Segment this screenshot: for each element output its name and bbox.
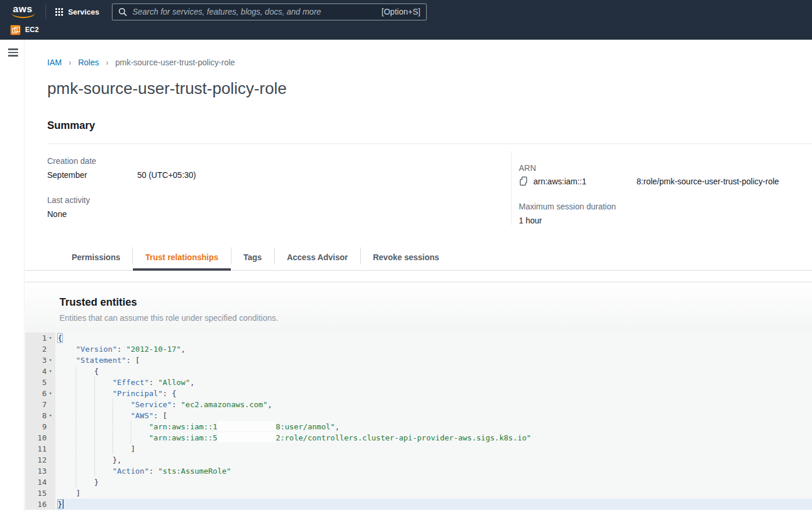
fold-arrow-icon[interactable]: ▾ (47, 355, 54, 366)
indent-guide (131, 421, 149, 432)
code-token: "ec2.amazonaws.com" (181, 400, 268, 409)
indent-guide (76, 454, 94, 466)
code-line[interactable]: { (58, 332, 812, 344)
code-token: ] (76, 489, 80, 498)
last-activity-field: Last activity None (47, 195, 511, 219)
copy-icon[interactable] (519, 176, 528, 186)
code-token: : [ (153, 411, 167, 420)
line-number: 9 (31, 421, 47, 432)
search-bar[interactable]: [Option+S] (112, 4, 427, 20)
tab-access-advisor[interactable]: Access Advisor (275, 244, 360, 270)
indent-guide (94, 421, 113, 432)
code-line[interactable]: { (58, 366, 812, 377)
aws-logo[interactable]: aws (10, 4, 35, 20)
indent-guide (113, 421, 131, 432)
code-token: , (190, 378, 195, 387)
favorite-ec2-label: EC2 (25, 26, 38, 34)
code-line[interactable]: "Statement": [ (58, 355, 812, 366)
breadcrumb: IAM › Roles › pmk-source-user-trust-poli… (47, 58, 812, 67)
code-line[interactable]: "Service": "ec2.amazonaws.com", (58, 399, 812, 410)
breadcrumb-iam-link[interactable]: IAM (47, 58, 62, 67)
line-number: 3 (31, 355, 47, 366)
indent-guide (58, 355, 76, 366)
indent-guide (94, 410, 113, 421)
breadcrumb-roles-link[interactable]: Roles (78, 58, 99, 67)
code-line[interactable]: "AWS": [ (58, 410, 812, 421)
trusted-entities-title: Trusted entities (59, 296, 812, 309)
line-number: 13 (31, 466, 47, 477)
search-input[interactable] (132, 7, 377, 16)
fold-arrow-icon[interactable]: ▾ (47, 332, 54, 344)
code-line[interactable]: ] (58, 443, 812, 454)
max-session-field: Maximum session duration 1 hour (519, 202, 812, 225)
indent-guide (76, 477, 94, 488)
code-token: "Service" (131, 400, 171, 409)
indent-guide (131, 432, 149, 443)
menu-icon[interactable] (8, 48, 18, 57)
line-number: 10 (31, 432, 47, 443)
creation-date-field: Creation date September50 (UTC+05:30) (47, 156, 511, 180)
code-line[interactable]: "Version": "2012-10-17", (58, 344, 812, 355)
favorite-ec2-link[interactable]: EC2 (10, 25, 38, 35)
ec2-service-icon (10, 25, 20, 35)
tab-permissions[interactable]: Permissions (59, 244, 132, 270)
indent-guide (58, 466, 76, 477)
max-session-value: 1 hour (519, 216, 812, 225)
code-lines[interactable]: {"Version": "2012-10-17","Statement": [{… (55, 332, 812, 510)
code-token: : { (163, 389, 176, 398)
breadcrumb-current-page: pmk-source-user-trust-policy-role (115, 58, 235, 67)
indent-guide (113, 432, 131, 443)
max-session-label: Maximum session duration (519, 202, 812, 211)
redacted-text (217, 421, 276, 431)
code-token: } (94, 478, 99, 487)
indent-guide (94, 388, 113, 399)
indent-guide (58, 443, 76, 454)
code-line[interactable]: } (58, 477, 812, 488)
code-token: "arn:aws:iam::1 (149, 422, 217, 431)
code-line[interactable]: "Action": "sts:AssumeRole" (58, 466, 812, 477)
code-line[interactable]: ] (58, 488, 812, 499)
line-number: 11 (31, 443, 47, 454)
indent-guide (76, 377, 94, 388)
code-line[interactable]: }, (58, 454, 812, 466)
code-token: : (149, 467, 159, 475)
indent-guide (113, 443, 131, 454)
services-menu-label: Services (68, 8, 100, 16)
code-line[interactable]: "arn:aws:iam::18:user/anmol", (58, 421, 812, 432)
arn-prefix: arn:aws:iam::1 (533, 177, 586, 186)
code-line[interactable]: "Principal": { (58, 388, 812, 399)
tab-revoke-sessions[interactable]: Revoke sessions (361, 244, 452, 270)
fold-arrow-icon[interactable]: ▾ (47, 410, 54, 421)
tab-trust-relationships[interactable]: Trust relationships (133, 244, 230, 270)
line-number: 2 (31, 344, 47, 355)
main-content: IAM › Roles › pmk-source-user-trust-poli… (25, 40, 812, 511)
tab-tags[interactable]: Tags (231, 244, 275, 270)
indent-guide (76, 443, 94, 454)
code-token: , (268, 400, 272, 409)
summary-left-column: Creation date September50 (UTC+05:30) La… (47, 144, 511, 225)
summary-columns: Creation date September50 (UTC+05:30) La… (47, 144, 812, 225)
indent-guide (76, 466, 94, 477)
line-number: 4 (31, 366, 47, 377)
code-line[interactable]: } (58, 499, 812, 510)
code-token: "sts:AssumeRole" (158, 467, 231, 475)
code-token: , (335, 422, 340, 431)
summary-heading: Summary (47, 120, 812, 132)
search-shortcut-hint: [Option+S] (382, 7, 421, 16)
last-activity-value: None (47, 209, 511, 219)
indent-guide (58, 432, 76, 443)
code-line[interactable]: "Effect": "Allow", (58, 377, 812, 388)
code-token: } (57, 499, 63, 509)
fold-arrow-icon[interactable]: ▾ (47, 388, 54, 399)
indent-guide (58, 344, 76, 355)
summary-right-column: ARN arn:aws:iam::18:role/pmk-source-user… (511, 151, 812, 225)
fold-arrow-icon[interactable]: ▾ (47, 366, 54, 377)
services-menu-button[interactable]: Services (55, 8, 100, 16)
code-token: { (94, 367, 99, 376)
trusted-entities-header: Trusted entities Entities that can assum… (25, 282, 812, 332)
nav-divider (45, 4, 46, 19)
code-token: "AWS" (131, 411, 153, 420)
indent-guide (94, 377, 113, 388)
code-line[interactable]: "arn:aws:iam::52:role/controllers.cluste… (58, 432, 812, 443)
policy-json-editor[interactable]: 1▾23▾4▾56▾78▾910111213141516 {"Version":… (25, 332, 812, 510)
